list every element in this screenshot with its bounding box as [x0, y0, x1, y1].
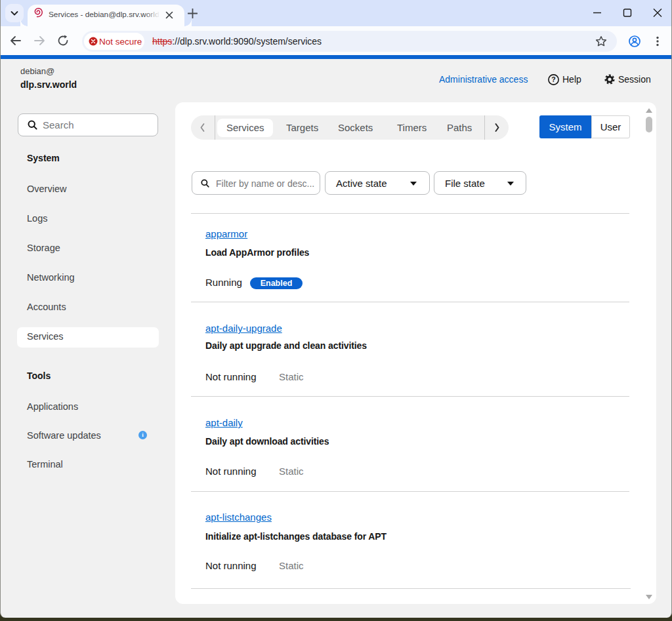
svg-text:?: ?	[551, 75, 555, 83]
